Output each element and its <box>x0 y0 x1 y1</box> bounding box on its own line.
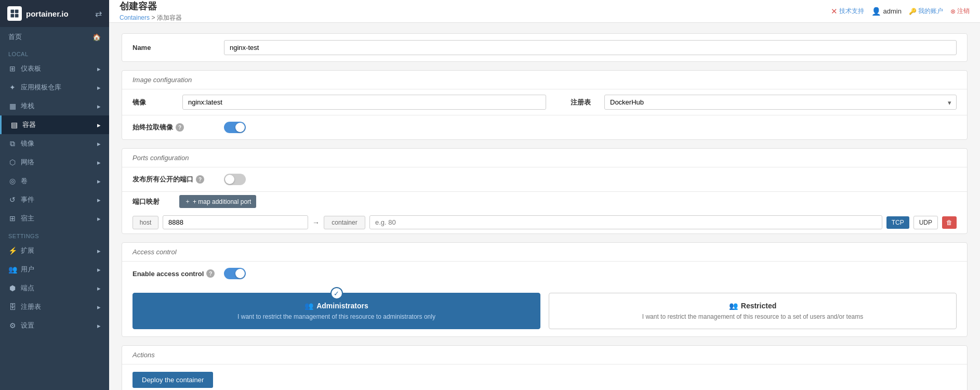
administrators-card-title: 👥 Administrators <box>143 302 529 310</box>
enable-access-control-label: Enable access control ? <box>133 269 216 278</box>
ports-section-title: Ports configuration <box>122 149 967 167</box>
image-section: Image configuration 镜像 注册表 DockerHub 始终拉… <box>122 70 968 140</box>
hosts-icon: ⊞ <box>8 214 17 223</box>
sidebar-item-stacks[interactable]: ▦ 堆栈 ▸ <box>0 97 109 115</box>
restricted-card-desc: I want to restrict the management of thi… <box>560 313 946 320</box>
tcp-button[interactable]: TCP <box>886 216 909 229</box>
actions-content: Deploy the container <box>122 365 967 390</box>
publish-ports-label: 发布所有公开的端口 ? <box>133 175 216 184</box>
content-area: Name Image configuration 镜像 注册表 DockerHu… <box>109 23 980 390</box>
settings-icon: ⚙ <box>8 321 17 330</box>
sidebar-item-events-label: 事件 <box>21 195 34 204</box>
sidebar-item-volumes-label: 卷 <box>21 176 28 186</box>
sidebar-item-dashboard[interactable]: ⊞ 仪表板 ▸ <box>0 59 109 78</box>
enable-access-control-row: Enable access control ? <box>122 262 967 285</box>
support-link[interactable]: ✕ 技术支持 <box>831 7 864 16</box>
dashboard-icon: ⊞ <box>8 64 17 73</box>
sidebar-item-images[interactable]: ⧉ 镜像 ▸ <box>0 134 109 153</box>
endpoints-nav-icon: ▸ <box>97 284 101 292</box>
publish-ports-toggle[interactable] <box>224 174 246 185</box>
sidebar-item-users-label: 用户 <box>21 265 34 274</box>
sidebar-item-events[interactable]: ↺ 事件 ▸ <box>0 190 109 209</box>
sidebar-item-volumes[interactable]: ◎ 卷 ▸ <box>0 172 109 190</box>
administrators-icon: 👥 <box>304 302 313 310</box>
stacks-icon: ▦ <box>8 102 17 110</box>
page-title: 创建容器 <box>120 0 182 12</box>
my-account-link[interactable]: 🔑 我的账户 <box>909 7 943 16</box>
volumes-nav-icon: ▸ <box>97 177 101 185</box>
always-pull-help-icon[interactable]: ? <box>176 123 184 132</box>
access-control-help-icon[interactable]: ? <box>206 269 215 278</box>
svg-rect-2 <box>11 14 15 18</box>
always-pull-toggle[interactable] <box>224 122 246 133</box>
sidebar-item-settings[interactable]: ⚙ 设置 ▸ <box>0 316 109 335</box>
host-port-input[interactable] <box>163 215 308 229</box>
brand-name: portainer.io <box>26 9 69 18</box>
publish-ports-help-icon[interactable]: ? <box>196 175 204 184</box>
registry-select-wrapper: DockerHub <box>604 95 957 110</box>
deploy-button[interactable]: Deploy the container <box>133 372 213 388</box>
support-icon: ✕ <box>831 7 838 16</box>
access-control-section-title: Access control <box>122 243 967 262</box>
udp-button[interactable]: UDP <box>913 216 938 229</box>
sidebar-item-users[interactable]: 👥 用户 ▸ <box>0 260 109 279</box>
dashboard-nav-icon: ▸ <box>97 65 101 73</box>
container-port-input[interactable] <box>369 215 882 229</box>
local-section-label: LOCAL <box>0 47 109 59</box>
access-control-section: Access control Enable access control ? ✓… <box>122 242 968 337</box>
containers-icon: ▤ <box>10 121 18 129</box>
admin-person-icon: 👤 <box>871 7 881 16</box>
app-templates-nav-icon: ▸ <box>97 84 101 92</box>
ports-section: Ports configuration 发布所有公开的端口 ? 端口映射 ＋ +… <box>122 148 968 234</box>
restricted-card[interactable]: 👥 Restricted I want to restrict the mana… <box>549 293 957 329</box>
sidebar-item-registries-label: 注册表 <box>21 302 41 311</box>
image-label: 镜像 <box>133 98 174 107</box>
sidebar-item-dashboard-label: 仪表板 <box>21 64 41 73</box>
plus-icon: ＋ <box>184 197 191 206</box>
svg-rect-3 <box>15 14 19 18</box>
port-mapping-row: 端口映射 ＋ + map additional port <box>122 192 967 211</box>
hosts-nav-icon: ▸ <box>97 215 101 223</box>
name-label: Name <box>133 44 216 51</box>
sidebar-item-extensions[interactable]: ⚡ 扩展 ▸ <box>0 241 109 260</box>
sidebar-toggle-icon[interactable]: ⇄ <box>95 9 102 19</box>
sidebar-item-app-templates-label: 应用模板仓库 <box>21 83 61 92</box>
always-pull-label: 始终拉取镜像 ? <box>133 123 216 132</box>
administrators-card[interactable]: ✓ 👥 Administrators I want to restrict th… <box>133 293 540 329</box>
access-cards-container: ✓ 👥 Administrators I want to restrict th… <box>122 285 967 336</box>
image-row: 镜像 注册表 DockerHub <box>122 89 967 115</box>
sidebar-item-app-templates[interactable]: ✦ 应用模板仓库 ▸ <box>0 78 109 97</box>
sidebar-item-networks[interactable]: ⬡ 网络 ▸ <box>0 153 109 172</box>
restricted-icon: 👥 <box>729 302 738 310</box>
breadcrumb-add: 添加容器 <box>157 14 182 21</box>
publish-ports-row: 发布所有公开的端口 ? <box>122 167 967 191</box>
networks-nav-icon: ▸ <box>97 159 101 166</box>
registry-select[interactable]: DockerHub <box>604 95 957 110</box>
restricted-card-title: 👥 Restricted <box>560 302 946 310</box>
home-icon: 🏠 <box>92 33 101 41</box>
users-nav-icon: ▸ <box>97 266 101 274</box>
delete-port-button[interactable]: 🗑 <box>942 216 957 229</box>
key-icon: 🔑 <box>909 8 917 15</box>
sidebar-item-endpoints[interactable]: ⬢ 端点 ▸ <box>0 279 109 297</box>
image-input[interactable] <box>182 95 546 110</box>
sidebar-logo: portainer.io <box>7 6 69 21</box>
map-additional-port-button[interactable]: ＋ + map additional port <box>179 195 256 208</box>
logout-link[interactable]: ⊗ 注销 <box>950 7 970 16</box>
access-control-toggle[interactable] <box>224 268 246 279</box>
sidebar-item-home[interactable]: 首页 🏠 <box>0 27 109 47</box>
users-icon: 👥 <box>8 265 17 274</box>
port-entry-row: host → container TCP UDP 🗑 <box>122 211 967 233</box>
sidebar-header: portainer.io ⇄ <box>0 0 109 27</box>
breadcrumb-containers[interactable]: Containers <box>120 14 150 21</box>
images-icon: ⧉ <box>8 139 17 148</box>
networks-icon: ⬡ <box>8 158 17 166</box>
sidebar-item-hosts-label: 宿主 <box>21 214 34 223</box>
sidebar-item-containers[interactable]: ▤ 容器 ▸ <box>0 115 109 134</box>
sidebar-item-networks-label: 网络 <box>21 158 34 167</box>
sidebar-item-hosts[interactable]: ⊞ 宿主 ▸ <box>0 209 109 228</box>
name-input[interactable] <box>224 40 957 55</box>
sidebar-item-registries[interactable]: 🗄 注册表 ▸ <box>0 297 109 316</box>
host-label: host <box>133 216 158 229</box>
sidebar-item-settings-label: 设置 <box>21 321 34 330</box>
